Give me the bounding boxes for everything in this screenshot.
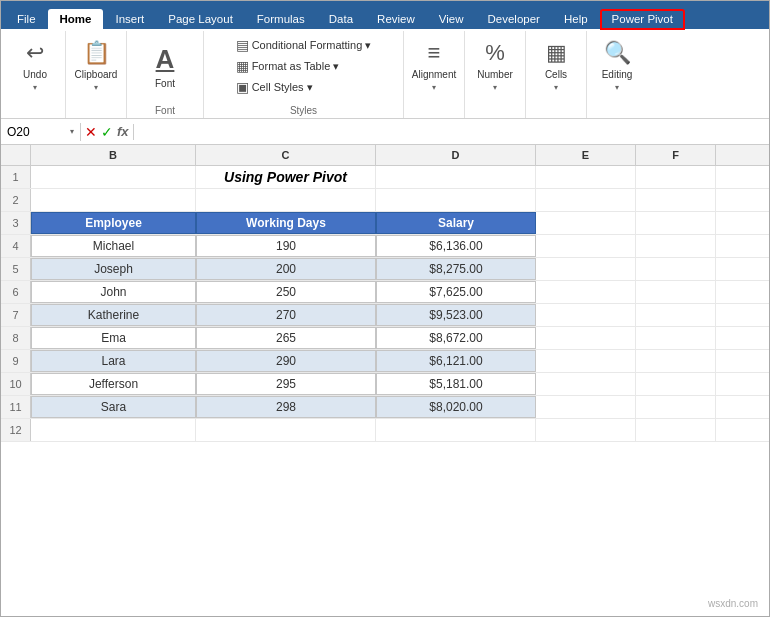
cell-f5[interactable]: [636, 258, 716, 280]
cell-d1[interactable]: [376, 166, 536, 188]
cell-b11[interactable]: Sara: [31, 396, 196, 418]
cell-d10[interactable]: $5,181.00: [376, 373, 536, 395]
tab-data[interactable]: Data: [317, 9, 365, 30]
cell-c9[interactable]: 290: [196, 350, 376, 372]
name-box[interactable]: O20 ▾: [1, 123, 81, 141]
cell-d7[interactable]: $9,523.00: [376, 304, 536, 326]
tab-help[interactable]: Help: [552, 9, 600, 30]
cell-d11[interactable]: $8,020.00: [376, 396, 536, 418]
cell-d3[interactable]: Salary: [376, 212, 536, 234]
cell-e12[interactable]: [536, 419, 636, 441]
format-as-table-button[interactable]: ▦ Format as Table ▾: [232, 56, 376, 76]
cell-e11[interactable]: [536, 396, 636, 418]
col-header-d[interactable]: D: [376, 145, 536, 165]
cell-f7[interactable]: [636, 304, 716, 326]
cell-e10[interactable]: [536, 373, 636, 395]
cell-f10[interactable]: [636, 373, 716, 395]
cell-d4[interactable]: $6,136.00: [376, 235, 536, 257]
conditional-formatting-button[interactable]: ▤ Conditional Formatting ▾: [232, 35, 376, 55]
cell-e2[interactable]: [536, 189, 636, 211]
cell-e9[interactable]: [536, 350, 636, 372]
clipboard-button[interactable]: 📋 Clipboard ▾: [74, 35, 118, 97]
cell-b1[interactable]: [31, 166, 196, 188]
cell-d2[interactable]: [376, 189, 536, 211]
editing-icon: 🔍: [604, 40, 631, 66]
cell-c10[interactable]: 295: [196, 373, 376, 395]
cell-d8[interactable]: $8,672.00: [376, 327, 536, 349]
cell-b12[interactable]: [31, 419, 196, 441]
cell-c5[interactable]: 200: [196, 258, 376, 280]
cell-f1[interactable]: [636, 166, 716, 188]
cell-e8[interactable]: [536, 327, 636, 349]
tab-home[interactable]: Home: [48, 9, 104, 30]
col-header-f[interactable]: F: [636, 145, 716, 165]
cell-b9[interactable]: Lara: [31, 350, 196, 372]
cells-button[interactable]: ▦ Cells ▾: [534, 35, 578, 97]
table-row: 4 Michael 190 $6,136.00: [1, 235, 769, 258]
cell-c6[interactable]: 250: [196, 281, 376, 303]
cell-f8[interactable]: [636, 327, 716, 349]
cell-c12[interactable]: [196, 419, 376, 441]
row-number-9: 9: [1, 350, 31, 372]
tab-formulas[interactable]: Formulas: [245, 9, 317, 30]
cell-d9[interactable]: $6,121.00: [376, 350, 536, 372]
alignment-button[interactable]: ≡ Alignment ▾: [412, 35, 456, 97]
cell-c4[interactable]: 190: [196, 235, 376, 257]
col-header-b[interactable]: B: [31, 145, 196, 165]
excel-window: File Home Insert Page Layout Formulas Da…: [0, 0, 770, 617]
cell-c2[interactable]: [196, 189, 376, 211]
column-headers: B C D E F: [1, 145, 769, 166]
cell-f9[interactable]: [636, 350, 716, 372]
formula-input[interactable]: [134, 130, 769, 134]
cancel-icon[interactable]: ✕: [85, 124, 97, 140]
cell-b4[interactable]: Michael: [31, 235, 196, 257]
cell-d6[interactable]: $7,625.00: [376, 281, 536, 303]
tab-view[interactable]: View: [427, 9, 476, 30]
tab-developer[interactable]: Developer: [476, 9, 552, 30]
cell-f2[interactable]: [636, 189, 716, 211]
cell-b8[interactable]: Ema: [31, 327, 196, 349]
cell-f4[interactable]: [636, 235, 716, 257]
editing-button[interactable]: 🔍 Editing ▾: [595, 35, 639, 97]
insert-function-icon[interactable]: fx: [117, 124, 129, 139]
tab-review[interactable]: Review: [365, 9, 427, 30]
col-header-c[interactable]: C: [196, 145, 376, 165]
cell-f6[interactable]: [636, 281, 716, 303]
font-button[interactable]: A Font: [135, 35, 195, 97]
cell-c8[interactable]: 265: [196, 327, 376, 349]
cell-e5[interactable]: [536, 258, 636, 280]
tab-insert[interactable]: Insert: [103, 9, 156, 30]
col-header-e[interactable]: E: [536, 145, 636, 165]
cell-f11[interactable]: [636, 396, 716, 418]
cell-c7[interactable]: 270: [196, 304, 376, 326]
cell-e7[interactable]: [536, 304, 636, 326]
cell-c11[interactable]: 298: [196, 396, 376, 418]
cell-styles-button[interactable]: ▣ Cell Styles ▾: [232, 77, 376, 97]
row-number-5: 5: [1, 258, 31, 280]
name-box-chevron: ▾: [70, 127, 74, 136]
cell-b3[interactable]: Employee: [31, 212, 196, 234]
cell-e3[interactable]: [536, 212, 636, 234]
cell-c1[interactable]: Using Power Pivot: [196, 166, 376, 188]
cell-b6[interactable]: John: [31, 281, 196, 303]
cell-b2[interactable]: [31, 189, 196, 211]
cell-e6[interactable]: [536, 281, 636, 303]
cell-c3[interactable]: Working Days: [196, 212, 376, 234]
table-row: 6 John 250 $7,625.00: [1, 281, 769, 304]
confirm-icon[interactable]: ✓: [101, 124, 113, 140]
undo-button[interactable]: ↩ Undo ▾: [13, 35, 57, 97]
cell-e1[interactable]: [536, 166, 636, 188]
number-button[interactable]: % Number ▾: [473, 35, 517, 97]
cell-b10[interactable]: Jefferson: [31, 373, 196, 395]
cell-d5[interactable]: $8,275.00: [376, 258, 536, 280]
cell-b5[interactable]: Joseph: [31, 258, 196, 280]
number-icon: %: [485, 40, 505, 66]
cell-f12[interactable]: [636, 419, 716, 441]
cell-e4[interactable]: [536, 235, 636, 257]
tab-power-pivot[interactable]: Power Pivot: [600, 9, 685, 30]
tab-file[interactable]: File: [5, 9, 48, 30]
tab-page-layout[interactable]: Page Layout: [156, 9, 245, 30]
cell-b7[interactable]: Katherine: [31, 304, 196, 326]
cell-f3[interactable]: [636, 212, 716, 234]
cell-d12[interactable]: [376, 419, 536, 441]
